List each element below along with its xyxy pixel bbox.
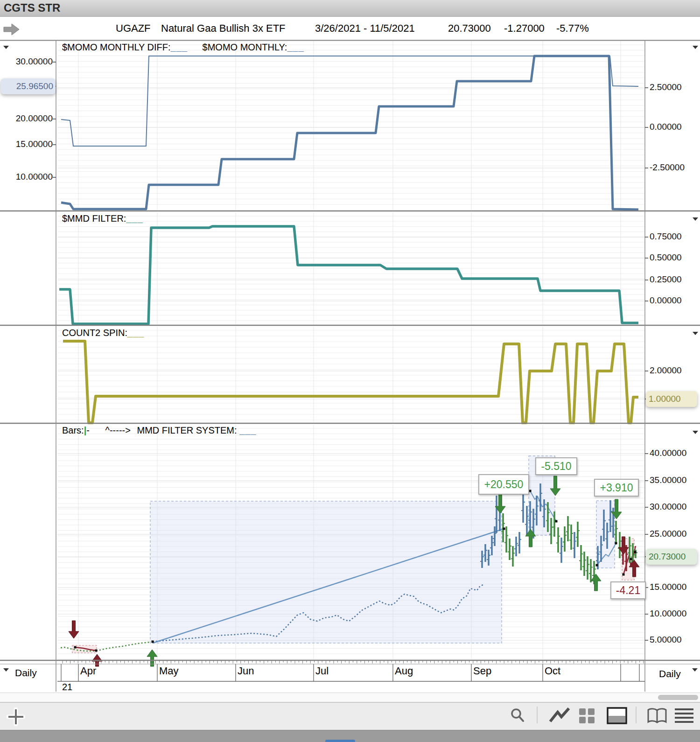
axis-tick-label: 15.00000 — [650, 582, 686, 592]
quote-header: UGAZF Natural Gaa Bullish 3x ETF 3/26/20… — [0, 17, 700, 40]
axis-tick-label: 30.00000 — [0, 56, 53, 67]
price-change: -1.27000 — [504, 22, 545, 35]
month-label: Sep — [473, 665, 491, 677]
app-window: { "window": {"title": "CGTS STR"}, "head… — [0, 0, 700, 742]
axis-tick-label: 2.50000 — [650, 82, 682, 92]
trade-result-label: -5.510 — [535, 457, 577, 475]
axis-tick-label: 0.75000 — [650, 231, 682, 242]
axis-tick-label: 5.00000 — [650, 635, 682, 645]
timeframe-left[interactable]: Daily — [15, 667, 37, 679]
axis-tick-label: 0.25000 — [650, 274, 682, 285]
symbol: UGAZF — [116, 22, 151, 35]
panel-layout-icon[interactable] — [607, 707, 627, 725]
trade-result-label: +20.550 — [478, 474, 529, 495]
axis-tick-label: 15.00000 — [0, 139, 53, 149]
menu-lines-icon[interactable] — [674, 707, 694, 724]
axis-tick-label: 0.00000 — [650, 295, 682, 306]
chevron-down-icon[interactable] — [3, 668, 9, 672]
plus-icon[interactable] — [7, 707, 25, 726]
axis-tick-label: 35.00000 — [650, 475, 686, 485]
axis-tick-label: 2.00000 — [650, 365, 682, 376]
forward-arrow-icon[interactable] — [3, 23, 21, 35]
chevron-down-icon[interactable] — [693, 332, 698, 335]
last-price: 20.73000 — [448, 22, 491, 35]
axis-value-pill: 1.00000 — [646, 391, 697, 407]
timeframe-right[interactable]: Daily — [659, 668, 681, 679]
month-label: Aug — [395, 665, 413, 677]
panel3-label: COUNT2 SPIN:___ — [62, 328, 144, 338]
grid-layout-icon[interactable] — [578, 707, 596, 725]
toolbar-divider — [537, 707, 538, 723]
bottom-toolbar — [0, 702, 700, 730]
chevron-down-icon[interactable] — [693, 431, 698, 434]
panel1-label: $MOMO MONTHLY DIFF:___ $MOMO MONTHLY:___ — [62, 42, 304, 53]
chevron-down-icon[interactable] — [693, 217, 698, 221]
search-icon[interactable] — [509, 707, 526, 725]
chevron-down-icon[interactable] — [693, 46, 698, 49]
trade-result-label: -4.21 — [610, 581, 646, 599]
month-label: Oct — [545, 665, 560, 677]
month-label: Apr — [80, 665, 96, 677]
axis-tick-label: 40.00000 — [650, 448, 686, 458]
window-bottom-edge — [0, 730, 700, 742]
toolbar-divider — [636, 707, 637, 723]
axis-tick-label: -2.50000 — [650, 162, 685, 173]
chart-canvas[interactable] — [0, 40, 700, 693]
axis-tick-label: 10.00000 — [650, 609, 686, 619]
axis-tick-label: 30.00000 — [650, 502, 686, 512]
scrollbar-thumb[interactable] — [658, 695, 698, 700]
axis-value-pill: 25.96500 — [1, 78, 56, 94]
title-bar: CGTS STR — [0, 0, 700, 17]
axis-tick-label: 10.00000 — [0, 172, 53, 182]
chevron-down-icon[interactable] — [3, 46, 9, 49]
instrument-name: Natural Gaa Bullish 3x ETF — [161, 22, 286, 35]
price-change-pct: -5.77% — [556, 22, 589, 35]
month-label: Jul — [315, 665, 329, 677]
panel4-label: Bars:|- ^-----> MMD FILTER SYSTEM: ___ — [62, 425, 257, 436]
axis-tick-label: 20.00000 — [0, 113, 53, 124]
month-label: Jun — [238, 665, 254, 677]
year-label: 21 — [62, 682, 72, 693]
axis-value-pill: 20.73000 — [646, 549, 697, 565]
axis-tick-label: 0.50000 — [650, 252, 682, 263]
dock-indicator — [325, 740, 355, 742]
chevron-down-icon[interactable] — [692, 668, 698, 672]
window-title: CGTS STR — [4, 1, 60, 14]
axis-tick-label: 0.00000 — [650, 122, 682, 132]
axis-tick-label: 25.00000 — [650, 529, 686, 539]
trendline-icon[interactable] — [548, 707, 572, 725]
trade-result-label: +3.910 — [594, 479, 639, 497]
horizontal-scrollbar[interactable] — [0, 693, 700, 702]
date-range: 3/26/2021 - 11/5/2021 — [315, 22, 415, 35]
month-label: May — [159, 665, 179, 677]
book-icon[interactable] — [646, 707, 668, 725]
panel2-label: $MMD FILTER:___ — [62, 213, 143, 224]
